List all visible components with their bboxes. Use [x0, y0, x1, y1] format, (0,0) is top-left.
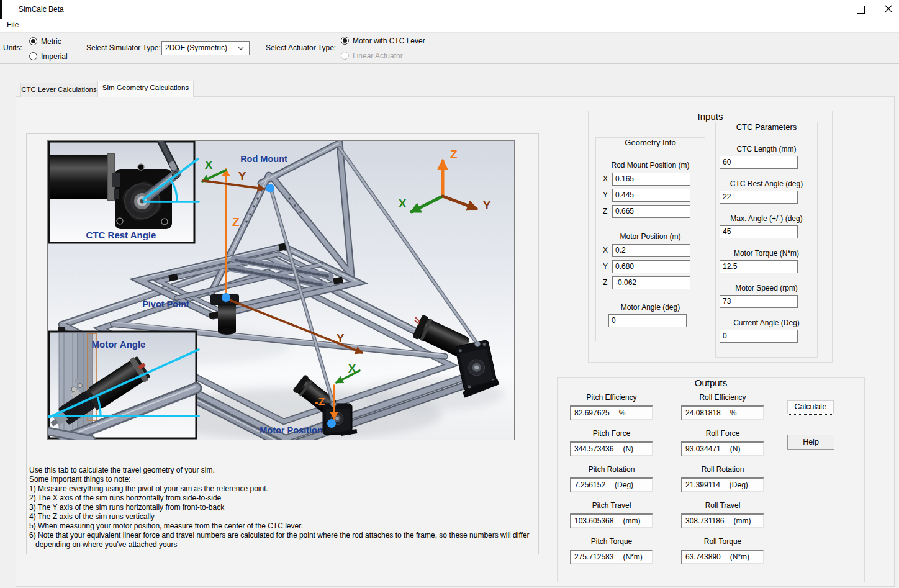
axis-y-label: Y — [337, 332, 345, 345]
rod-y-input[interactable]: 0.445 — [612, 189, 690, 202]
value: 7.256152 — [574, 481, 605, 489]
ctc-parameters-title: CTC Parameters — [733, 122, 800, 132]
rod-x-label: X — [603, 174, 608, 183]
units-label: Units: — [3, 43, 22, 52]
motor-position-marker — [327, 419, 336, 428]
rod-mount-label: Rod Mount — [240, 154, 287, 164]
pitch-torque-label: Pitch Torque — [570, 537, 653, 546]
metric-radio[interactable] — [29, 37, 37, 45]
unit: % — [730, 409, 737, 417]
value: 103.605368 — [574, 517, 613, 525]
current-angle-input[interactable]: 0 — [720, 330, 798, 343]
motor-position-label: Motor Position — [260, 425, 323, 435]
note-line: 1) Measure everything using the pivot of… — [29, 484, 530, 494]
max-angle-input[interactable]: 45 — [720, 225, 798, 238]
rod-z-label: Z — [603, 207, 607, 215]
imperial-label[interactable]: Imperial — [41, 52, 68, 61]
unit: (N) — [730, 445, 741, 453]
motor-torque-input[interactable]: 12.5 — [720, 260, 798, 273]
sim-type-value: 2DOF (Symmetric) — [165, 43, 227, 52]
unit: (N) — [623, 445, 633, 453]
maximize-button[interactable] — [857, 6, 865, 14]
unit: (Deg) — [730, 481, 748, 489]
pitch-efficiency-label: Pitch Efficiency — [570, 393, 653, 402]
metric-label[interactable]: Metric — [41, 37, 61, 46]
unit: % — [619, 409, 626, 417]
calculate-button-label: Calculate — [787, 400, 834, 414]
actuator-motor-label[interactable]: Motor with CTC Lever — [353, 37, 425, 45]
menu-file[interactable]: File — [7, 20, 19, 29]
pitch-travel-label: Pitch Travel — [570, 501, 653, 510]
actuator-linear-label[interactable]: Linear Actuator — [353, 52, 403, 60]
sim-diagram-svg: X Y Z Y X -Z Z X Y Rod Mount Pivot Point… — [48, 141, 514, 440]
motor-y-input[interactable]: 0.680 — [612, 260, 690, 273]
motor-speed-input[interactable]: 73 — [720, 295, 798, 308]
motor-x-label: X — [603, 246, 608, 255]
note-line: depending on where you've attached yours — [29, 540, 530, 550]
imperial-radio[interactable] — [29, 52, 37, 60]
ctc-rest-angle-input[interactable]: 22 — [720, 191, 798, 204]
value: 24.081818 — [685, 409, 721, 417]
motor-angle-label: Motor Angle — [92, 339, 146, 350]
title-bar — [0, 0, 899, 19]
current-angle-label: Current Angle (Deg) — [715, 319, 818, 327]
close-button[interactable] — [884, 4, 893, 13]
roll-efficiency-output: 24.081818% — [681, 405, 764, 420]
close-icon — [884, 4, 893, 13]
value: 344.573436 — [574, 445, 613, 453]
rod-z-input[interactable]: 0.665 — [612, 205, 690, 218]
tab-sim-geometry[interactable]: Sim Geometry Calculations — [97, 81, 194, 97]
note-line: 5) When measuring your motor position, m… — [29, 522, 530, 531]
pitch-rotation-output: 7.256152(Deg) — [570, 477, 653, 492]
sim-diagram: X Y Z Y X -Z Z X Y Rod Mount Pivot Point… — [47, 140, 515, 440]
note-line: 2) The X axis of the sim runs horizontal… — [29, 494, 530, 503]
motor-angle-heading: Motor Angle (deg) — [595, 303, 705, 312]
note-line: Some important things to note: — [29, 475, 530, 484]
motor-y-label: Y — [603, 262, 608, 271]
axis-neg-z-label: -Z — [315, 396, 325, 408]
app-window: SimCalc Beta File Units: Metric Imperial… — [0, 0, 899, 588]
axis-x-label: X — [205, 158, 213, 171]
roll-force-label: Roll Force — [681, 429, 764, 438]
help-button[interactable]: Help — [787, 435, 834, 450]
unit: (N*m) — [623, 553, 642, 561]
note-line: 4) The Z axis of the sim runs vertically — [29, 512, 530, 522]
minimize-button[interactable] — [828, 9, 836, 9]
actuator-type-label: Select Actuator Type: — [266, 43, 336, 52]
ctc-length-input[interactable]: 60 — [720, 156, 798, 169]
pitch-travel-output: 103.605368(mm) — [570, 513, 653, 528]
outputs-title: Outputs — [692, 378, 731, 388]
motor-z-input[interactable]: -0.062 — [612, 276, 690, 289]
note-line: 3) The Y axis of the sim runs horizontal… — [29, 503, 530, 512]
value: 82.697625 — [574, 409, 610, 417]
value: 308.731186 — [685, 517, 725, 525]
motor-x-input[interactable]: 0.2 — [612, 244, 690, 257]
motor-z-label: Z — [603, 278, 607, 287]
sim-type-dropdown[interactable]: 2DOF (Symmetric) — [161, 41, 250, 55]
axis-x-label: X — [348, 362, 356, 375]
motor-angle-input[interactable]: 0 — [608, 314, 687, 327]
axis-x-label: X — [399, 197, 407, 210]
actuator-motor-radio[interactable] — [341, 37, 349, 45]
note-line: 6) Note that your equivalent linear forc… — [29, 531, 530, 540]
ctc-rest-angle-label: CTC Rest Angle (deg) — [715, 179, 818, 188]
motor-speed-label: Motor Speed (rpm) — [715, 284, 818, 292]
rod-x-input[interactable]: 0.165 — [612, 173, 690, 186]
motor-pos-heading: Motor Position (m) — [595, 232, 705, 241]
roll-torque-label: Roll Torque — [681, 537, 764, 546]
axis-y-label: Y — [238, 170, 246, 183]
actuator-linear-radio[interactable] — [341, 52, 349, 60]
roll-rotation-label: Roll Rotation — [681, 465, 764, 474]
pitch-rotation-label: Pitch Rotation — [570, 465, 653, 474]
tab-ctc-lever[interactable]: CTC Lever Calculations — [20, 83, 97, 97]
pitch-force-output: 344.573436(N) — [570, 441, 653, 456]
rod-mount-heading: Rod Mount Position (m) — [595, 161, 705, 170]
calculate-button[interactable]: Calculate — [787, 400, 834, 415]
rod-mount-marker — [266, 184, 274, 192]
geometry-info-title: Geometry Info — [621, 138, 679, 147]
motor-angle-inset: Motor Angle — [48, 332, 199, 440]
chevron-down-icon — [238, 47, 244, 50]
unit: (N*m) — [730, 553, 749, 561]
ctc-rest-angle-label: CTC Rest Angle — [86, 230, 156, 240]
value: 63.743890 — [685, 553, 721, 561]
